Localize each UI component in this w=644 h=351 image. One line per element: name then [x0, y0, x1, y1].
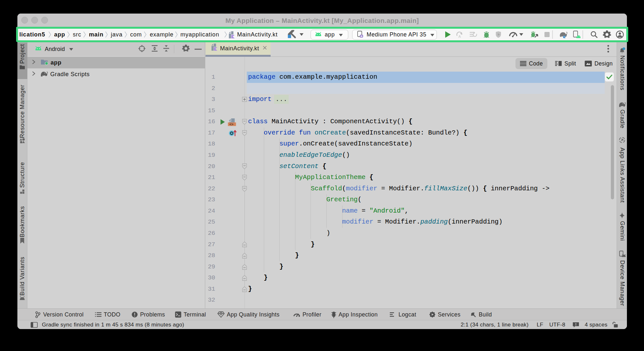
svg-text:<>: <>	[229, 122, 234, 126]
svg-text:A: A	[458, 35, 461, 38]
